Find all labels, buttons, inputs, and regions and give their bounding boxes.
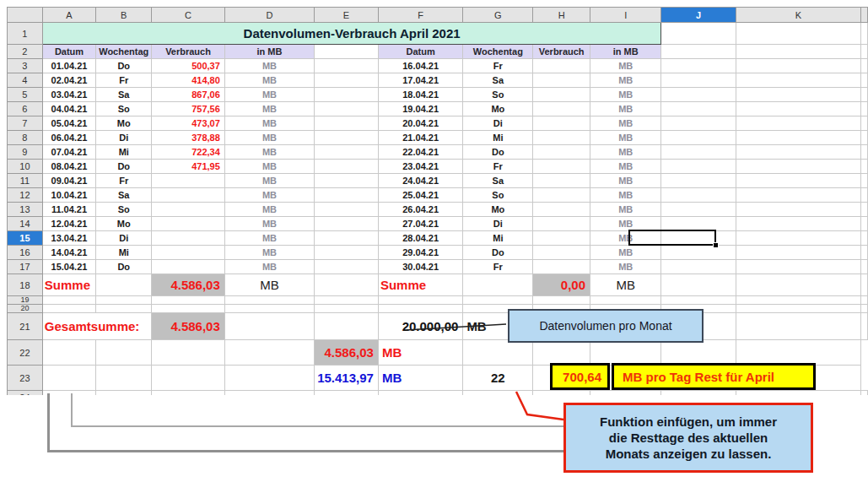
cell-day-left[interactable]: Mo xyxy=(96,217,152,231)
cell-value-right[interactable] xyxy=(533,73,590,88)
cell-empty[interactable] xyxy=(590,340,661,366)
cell-empty[interactable] xyxy=(661,188,736,203)
cell-value-right[interactable] xyxy=(533,116,590,131)
cell-empty[interactable] xyxy=(315,231,379,246)
cell-empty[interactable] xyxy=(96,305,152,313)
highlight-cell-mb-per-day-label[interactable]: MB pro Tag Rest für April xyxy=(612,363,816,390)
cell-value-right[interactable] xyxy=(533,188,590,203)
cell-day-left[interactable]: Sa xyxy=(96,88,152,102)
cell-empty[interactable] xyxy=(736,23,860,45)
cell-empty[interactable] xyxy=(861,131,868,145)
cell-day-right[interactable]: Mo xyxy=(463,203,533,217)
cell-empty[interactable] xyxy=(861,145,868,160)
row-header-24[interactable]: 24 xyxy=(8,391,43,396)
cell-empty[interactable] xyxy=(661,45,736,59)
cell-unit-right[interactable]: MB xyxy=(590,174,661,188)
cell-value-right[interactable] xyxy=(533,203,590,217)
cell-value-left[interactable] xyxy=(152,246,225,260)
column-header-H[interactable]: H xyxy=(533,8,590,23)
cell-cursor-J15[interactable] xyxy=(628,230,716,246)
cell-empty[interactable] xyxy=(224,296,314,305)
cell-day-left[interactable]: Mi xyxy=(96,246,152,260)
cell-empty[interactable] xyxy=(861,45,868,59)
cell-day-left[interactable]: Do xyxy=(96,59,152,73)
cell-rest-volume-unit[interactable]: MB xyxy=(378,366,462,391)
cell-empty[interactable] xyxy=(861,23,868,45)
cell-value-left[interactable]: 473,07 xyxy=(152,116,225,131)
cell-date-right[interactable]: 20.04.21 xyxy=(378,116,462,131)
cell-empty[interactable] xyxy=(736,174,860,188)
cell-unit-right[interactable]: MB xyxy=(590,88,661,102)
cell-day-right[interactable]: So xyxy=(463,88,533,102)
cell-empty[interactable] xyxy=(736,73,860,88)
fill-handle[interactable] xyxy=(713,242,719,248)
cell-date-right[interactable]: 17.04.21 xyxy=(378,73,462,88)
cell-day-left[interactable]: Do xyxy=(96,260,152,274)
column-header-K[interactable]: K xyxy=(736,8,860,23)
cell-unit-left[interactable]: MB xyxy=(224,246,314,260)
cell-empty[interactable] xyxy=(224,313,314,340)
cell-empty[interactable] xyxy=(661,274,736,296)
cell-value-right[interactable] xyxy=(533,174,590,188)
cell-empty[interactable] xyxy=(315,73,379,88)
header-inmb-left[interactable]: in MB xyxy=(224,45,314,59)
cell-empty[interactable] xyxy=(315,88,379,102)
cell-day-left[interactable]: Mo xyxy=(96,116,152,131)
column-header-C[interactable]: C xyxy=(152,8,225,23)
row-header-11[interactable]: 11 xyxy=(8,174,43,188)
cell-day-left[interactable]: Di xyxy=(96,231,152,246)
cell-empty[interactable] xyxy=(861,73,868,88)
cell-empty[interactable] xyxy=(152,340,225,366)
cell-date-left[interactable]: 04.04.21 xyxy=(42,102,95,116)
cell-empty[interactable] xyxy=(861,296,868,305)
cell-value-right[interactable] xyxy=(533,260,590,274)
cell-day-left[interactable]: So xyxy=(96,203,152,217)
cell-date-left[interactable]: 09.04.21 xyxy=(42,174,95,188)
cell-empty[interactable] xyxy=(590,391,661,396)
row-header-23[interactable]: 23 xyxy=(8,366,43,391)
cell-day-right[interactable]: Mi xyxy=(463,231,533,246)
cell-unit-left[interactable]: MB xyxy=(224,73,314,88)
cell-date-right[interactable]: 29.04.21 xyxy=(378,246,462,260)
cell-empty[interactable] xyxy=(315,45,379,59)
cell-date-left[interactable]: 15.04.21 xyxy=(42,260,95,274)
cell-empty[interactable] xyxy=(861,217,868,231)
row-header-17[interactable]: 17 xyxy=(8,260,43,274)
cell-empty[interactable] xyxy=(463,340,533,366)
cell-empty[interactable] xyxy=(463,274,533,296)
cell-empty[interactable] xyxy=(96,274,152,296)
cell-empty[interactable] xyxy=(42,305,95,313)
cell-value-left[interactable] xyxy=(152,217,225,231)
cell-value-left[interactable]: 414,80 xyxy=(152,73,225,88)
cell-unit-left[interactable]: MB xyxy=(224,203,314,217)
cell-value-right[interactable] xyxy=(533,231,590,246)
cell-day-left[interactable]: Mi xyxy=(96,145,152,160)
cell-date-left[interactable]: 10.04.21 xyxy=(42,188,95,203)
cell-day-left[interactable]: So xyxy=(96,102,152,116)
cell-empty[interactable] xyxy=(224,366,314,391)
cell-empty[interactable] xyxy=(533,296,590,305)
cell-date-left[interactable]: 05.04.21 xyxy=(42,116,95,131)
callout-function-note[interactable]: Funktion einfügen, um immer die Resttage… xyxy=(563,403,813,473)
row-header-18[interactable]: 18 xyxy=(8,274,43,296)
cell-value-right[interactable] xyxy=(533,217,590,231)
cell-day-right[interactable]: Di xyxy=(463,116,533,131)
cell-empty[interactable] xyxy=(315,246,379,260)
cell-gesamtsumme-label[interactable]: Gesamtsumme: xyxy=(42,313,151,340)
cell-date-right[interactable]: 23.04.21 xyxy=(378,160,462,174)
cell-empty[interactable] xyxy=(152,391,225,396)
cell-value-right[interactable] xyxy=(533,246,590,260)
cell-empty[interactable] xyxy=(861,59,868,73)
cell-empty[interactable] xyxy=(96,366,152,391)
cell-empty[interactable] xyxy=(736,88,860,102)
cell-day-left[interactable]: Do xyxy=(96,160,152,174)
cell-empty[interactable] xyxy=(736,160,860,174)
cell-empty[interactable] xyxy=(861,102,868,116)
cell-value-right[interactable] xyxy=(533,102,590,116)
row-header-22[interactable]: 22 xyxy=(8,340,43,366)
cell-value-left[interactable] xyxy=(152,260,225,274)
sheet-title-cell[interactable]: Datenvolumen-Verbrauch April 2021 xyxy=(42,23,661,45)
cell-unit-left[interactable]: MB xyxy=(224,116,314,131)
column-header-E[interactable]: E xyxy=(315,8,379,23)
cell-used-volume[interactable]: 4.586,03 xyxy=(315,340,379,366)
